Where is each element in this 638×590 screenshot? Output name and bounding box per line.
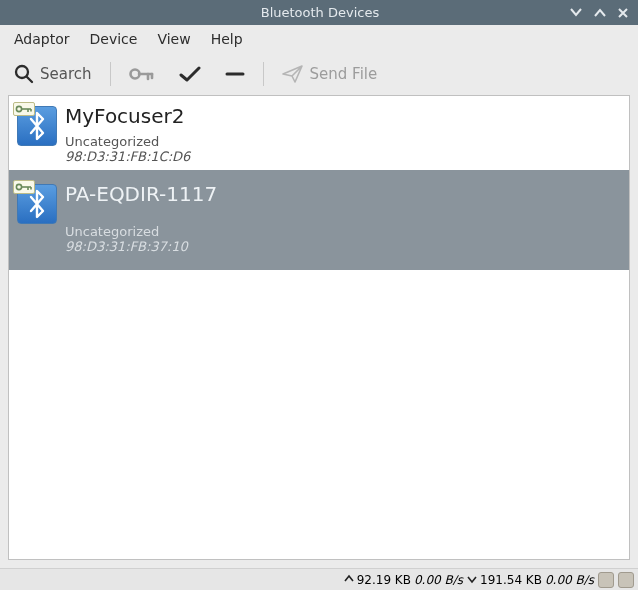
download-rate: 0.00 B/s bbox=[545, 573, 594, 587]
download-bytes: 191.54 KB bbox=[480, 573, 542, 587]
window-title: Bluetooth Devices bbox=[80, 5, 560, 20]
device-name: PA-EQDIR-1117 bbox=[65, 182, 217, 206]
upload-rate: 0.00 B/s bbox=[414, 573, 463, 587]
svg-point-7 bbox=[16, 106, 21, 111]
upload-icon bbox=[344, 573, 354, 587]
send-file-button[interactable]: Send File bbox=[276, 60, 384, 88]
menu-bar: Adaptor Device View Help bbox=[0, 25, 638, 53]
bluetooth-device-icon bbox=[17, 184, 57, 224]
status-bar: 92.19 KB 0.00 B/s 191.54 KB 0.00 B/s bbox=[0, 568, 638, 590]
upload-bytes: 92.19 KB bbox=[357, 573, 411, 587]
title-bar: Bluetooth Devices bbox=[0, 0, 638, 25]
close-button[interactable] bbox=[618, 8, 628, 18]
device-row[interactable]: MyFocuser2 Uncategorized 98:D3:31:FB:1C:… bbox=[9, 96, 629, 170]
pair-button[interactable] bbox=[123, 61, 161, 87]
device-address: 98:D3:31:FB:1C:D6 bbox=[65, 149, 190, 164]
minimize-button[interactable] bbox=[570, 8, 582, 17]
device-address: 98:D3:31:FB:37:10 bbox=[65, 239, 217, 254]
device-row[interactable]: PA-EQDIR-1117 Uncategorized 98:D3:31:FB:… bbox=[9, 170, 629, 270]
menu-adaptor[interactable]: Adaptor bbox=[6, 29, 78, 49]
toolbar-separator bbox=[110, 62, 111, 86]
tray-icon[interactable] bbox=[598, 572, 614, 588]
search-label: Search bbox=[40, 65, 92, 83]
device-list-wrap: MyFocuser2 Uncategorized 98:D3:31:FB:1C:… bbox=[0, 95, 638, 568]
paired-badge-icon bbox=[13, 180, 35, 194]
bluetooth-device-icon bbox=[17, 106, 57, 146]
svg-point-11 bbox=[16, 184, 21, 189]
toolbar-separator bbox=[263, 62, 264, 86]
menu-help[interactable]: Help bbox=[203, 29, 251, 49]
send-file-label: Send File bbox=[310, 65, 378, 83]
check-icon bbox=[179, 65, 201, 83]
search-button[interactable]: Search bbox=[8, 60, 98, 88]
trust-button[interactable] bbox=[173, 61, 207, 87]
search-icon bbox=[14, 64, 34, 84]
download-icon bbox=[467, 573, 477, 587]
menu-view[interactable]: View bbox=[149, 29, 198, 49]
remove-button[interactable] bbox=[219, 61, 251, 87]
paper-plane-icon bbox=[282, 64, 304, 84]
tray-icon[interactable] bbox=[618, 572, 634, 588]
toolbar: Search Send File bbox=[0, 53, 638, 95]
device-list[interactable]: MyFocuser2 Uncategorized 98:D3:31:FB:1C:… bbox=[8, 95, 630, 560]
svg-line-1 bbox=[27, 77, 32, 82]
menu-device[interactable]: Device bbox=[82, 29, 146, 49]
device-name: MyFocuser2 bbox=[65, 104, 190, 128]
device-category: Uncategorized bbox=[65, 224, 217, 239]
minus-icon bbox=[225, 65, 245, 83]
key-icon bbox=[129, 65, 155, 83]
paired-badge-icon bbox=[13, 102, 35, 116]
device-category: Uncategorized bbox=[65, 134, 190, 149]
maximize-button[interactable] bbox=[594, 8, 606, 17]
